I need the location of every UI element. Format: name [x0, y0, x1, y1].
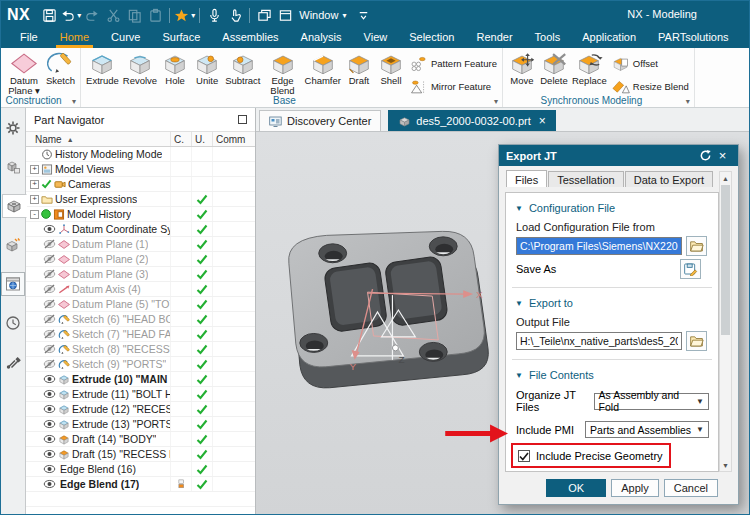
dialog-close-button[interactable]: ×: [714, 148, 731, 164]
ribbon-unite-button[interactable]: Unite: [191, 50, 223, 86]
cancel-button[interactable]: Cancel: [664, 479, 718, 497]
hidden-eye-icon[interactable]: [43, 239, 56, 249]
column-c[interactable]: C.: [171, 132, 192, 146]
ribbon-datum-plane-button[interactable]: Datum Plane ▾: [4, 50, 44, 96]
load-config-input[interactable]: [516, 237, 682, 255]
tree-row[interactable]: Extrude (13) "PORTS": [26, 417, 255, 432]
tree-row[interactable]: Sketch (9) "PORTS": [26, 357, 255, 372]
resource-web-browser-button[interactable]: [1, 272, 25, 296]
tree-row[interactable]: Edge Blend (16): [26, 462, 255, 477]
resource-roles-gear-button[interactable]: [1, 116, 25, 140]
qat-favorites-button[interactable]: ▾: [174, 5, 195, 25]
hidden-eye-icon[interactable]: [43, 344, 56, 354]
ribbon-tab-home[interactable]: Home: [49, 29, 100, 48]
scroll-up-icon[interactable]: ▲: [720, 172, 731, 184]
section-export-to[interactable]: ▼ Export to: [515, 297, 718, 309]
ribbon-tab-file[interactable]: File: [9, 29, 49, 48]
tree-row[interactable]: Sketch (8) "RECESS": [26, 342, 255, 357]
tree-row[interactable]: Sketch (7) "HEAD FA...: [26, 327, 255, 342]
hidden-eye-icon[interactable]: [43, 299, 56, 309]
tree-row[interactable]: Extrude (12) "RECESS": [26, 402, 255, 417]
browse-config-button[interactable]: [686, 236, 707, 256]
document-tab-des5-2000-0032-00-prt[interactable]: des5_2000-0032-00.prt×: [388, 110, 555, 131]
tree-row[interactable]: Datum Plane (1): [26, 237, 255, 252]
ribbon-hole-button[interactable]: Hole: [159, 50, 191, 86]
tree-row[interactable]: +Model Views: [26, 162, 255, 177]
ribbon-edge-blend-button[interactable]: Edge Blend: [263, 50, 303, 96]
qat-microphone-button[interactable]: [204, 5, 224, 25]
tree-row[interactable]: -Model History: [26, 207, 255, 222]
expand-icon[interactable]: +: [30, 165, 39, 174]
close-icon[interactable]: ×: [539, 116, 546, 126]
tree-row[interactable]: Datum Plane (2): [26, 252, 255, 267]
group-options-icon[interactable]: ▾: [686, 97, 690, 106]
visibility-eye-icon[interactable]: [43, 374, 56, 384]
tree-row[interactable]: Draft (15) "RECESS P...: [26, 447, 255, 462]
document-tab-discovery-center[interactable]: Discovery Center: [259, 110, 381, 131]
tree-row[interactable]: Edge Blend (17): [26, 477, 255, 492]
hidden-eye-icon[interactable]: [43, 359, 56, 369]
ribbon-subtract-button[interactable]: Subtract: [223, 50, 262, 86]
qat-undo-button[interactable]: ▾: [60, 5, 81, 25]
visibility-eye-icon[interactable]: [43, 224, 56, 234]
resource-history-palette-button[interactable]: [1, 311, 25, 335]
browse-output-button[interactable]: [686, 331, 707, 351]
tree-row[interactable]: Draft (14) "BODY": [26, 432, 255, 447]
hidden-eye-icon[interactable]: [43, 329, 56, 339]
column-comment[interactable]: Comm: [213, 134, 255, 145]
tree-row[interactable]: History Modeling Mode: [26, 147, 255, 162]
dialog-tab-files[interactable]: Files: [506, 170, 547, 187]
organize-jt-dropdown[interactable]: As Assembly and Fold ▼: [594, 393, 709, 410]
ribbon-extrude-button[interactable]: Extrude: [84, 50, 121, 86]
resource-process-tools-button[interactable]: [1, 350, 25, 374]
ribbon-tab-selection[interactable]: Selection: [398, 29, 465, 48]
ribbon-tab-view[interactable]: View: [353, 29, 399, 48]
hidden-eye-icon[interactable]: [43, 284, 56, 294]
qat-window-button[interactable]: [275, 5, 295, 25]
ribbon-tab-assemblies[interactable]: Assemblies: [211, 29, 289, 48]
scroll-down-icon[interactable]: ▼: [720, 459, 731, 471]
dialog-title-bar[interactable]: Export JT ×: [499, 145, 738, 166]
hidden-eye-icon[interactable]: [43, 254, 56, 264]
ok-button[interactable]: OK: [546, 479, 606, 497]
scrollbar-thumb[interactable]: [721, 185, 730, 335]
qat-save-button[interactable]: [39, 5, 59, 25]
apply-button[interactable]: Apply: [611, 479, 659, 497]
hidden-eye-icon[interactable]: [43, 314, 56, 324]
output-file-input[interactable]: [516, 332, 682, 350]
dialog-tab-tessellation[interactable]: Tessellation: [548, 171, 623, 187]
dialog-scrollbar[interactable]: ▲ ▼: [719, 171, 732, 472]
hidden-eye-icon[interactable]: [43, 269, 56, 279]
ribbon-tab-surface[interactable]: Surface: [151, 29, 211, 48]
ribbon-sketch-button[interactable]: Sketch: [44, 50, 77, 86]
ribbon-tab-application[interactable]: Application: [571, 29, 647, 48]
ribbon-tab-curve[interactable]: Curve: [100, 29, 151, 48]
ribbon-shell-button[interactable]: Shell: [375, 50, 407, 86]
visibility-eye-icon[interactable]: [43, 449, 56, 459]
visibility-eye-icon[interactable]: [43, 419, 56, 429]
visibility-eye-icon[interactable]: [43, 389, 56, 399]
tree-row[interactable]: Datum Coordinate Sy...: [26, 222, 255, 237]
panel-window-icon[interactable]: [238, 115, 247, 124]
section-configuration-file[interactable]: ▼ Configuration File: [515, 202, 718, 214]
tree-row[interactable]: Datum Axis (4): [26, 282, 255, 297]
section-file-contents[interactable]: ▼ File Contents: [515, 369, 718, 381]
column-u[interactable]: U.: [192, 132, 213, 146]
ribbon-tab-analysis[interactable]: Analysis: [290, 29, 353, 48]
include-pmi-dropdown[interactable]: Parts and Assemblies ▼: [585, 421, 709, 438]
tree-row[interactable]: +User Expressions: [26, 192, 255, 207]
dialog-tab-data-to-export[interactable]: Data to Export: [625, 171, 713, 187]
expand-icon[interactable]: +: [30, 195, 39, 204]
save-as-button[interactable]: [680, 259, 701, 279]
ribbon-mirror-feature-button[interactable]: Mirror Feature: [409, 77, 497, 96]
minimize-ribbon-button[interactable]: [353, 5, 373, 25]
ribbon-offset-button[interactable]: Offset: [611, 54, 689, 73]
ribbon-pattern-feature-button[interactable]: Pattern Feature: [409, 54, 497, 73]
resource-assembly-navigator-button[interactable]: [1, 155, 25, 179]
include-precise-geometry-checkbox[interactable]: [518, 450, 530, 462]
column-name[interactable]: Name ▲: [26, 132, 171, 146]
ribbon-tab-tools[interactable]: Tools: [524, 29, 572, 48]
visibility-eye-icon[interactable]: [43, 404, 56, 414]
expand-icon[interactable]: +: [30, 180, 39, 189]
tree-row[interactable]: Extrude (11) "BOLT H...: [26, 387, 255, 402]
